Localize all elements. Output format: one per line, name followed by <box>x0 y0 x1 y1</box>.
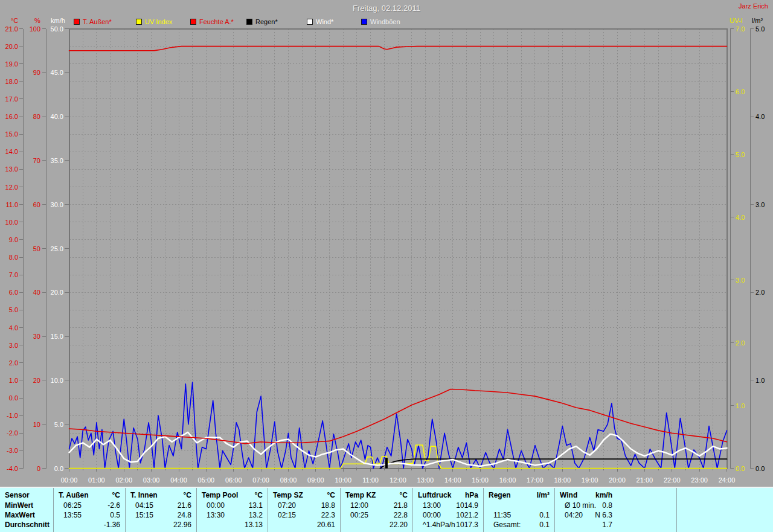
time-tick-label: 08:00 <box>280 476 297 484</box>
axis-tick-label: 100 <box>30 25 40 33</box>
axis-temp_c: 21.020.019.018.017.016.015.014.013.012.0… <box>5 17 23 472</box>
axis-tick-label: -1.0 <box>7 412 18 419</box>
axis-uv: 7.06.05.04.03.02.01.00.0UV-I <box>730 17 745 472</box>
table-col-sensor: SensorMinWertMaxWertDurchschnitt <box>0 488 53 532</box>
time-tick-label: 06:00 <box>225 476 242 484</box>
cell-value: 1021.2 <box>456 510 478 520</box>
table-row-label: MaxWert <box>0 510 53 520</box>
time-tick-label: 13:00 <box>417 476 434 484</box>
cell-time: Ø 10 min. <box>565 501 596 510</box>
cell-value: 0.8 <box>602 501 612 510</box>
axis-tick-label: 15.0 <box>51 333 63 340</box>
table-group-temp-pool: Temp Pool°C00:0013.113:3013.213.13 <box>196 488 268 532</box>
time-tick-label: 02:00 <box>115 476 132 484</box>
cell-value: 0.5 <box>110 510 120 520</box>
axis-tick-label: 40.0 <box>51 113 63 120</box>
cell-value: 13.2 <box>249 510 263 520</box>
sensor-unit: °C <box>327 490 335 501</box>
axis-tick-label: 0.0 <box>54 465 63 472</box>
axis-percent: 1009080706050403020100% <box>30 17 46 472</box>
axis-tick-label: 8.0 <box>9 254 18 261</box>
table-group-t-innen: T. Innen°C04:1521.615:1524.822.96 <box>125 488 196 532</box>
axis-tick-label: 40 <box>33 289 40 296</box>
axis-tick-label: 5.0 <box>736 151 745 158</box>
time-tick-label: 14:00 <box>444 476 461 484</box>
axis-tick-label: 2.0 <box>736 339 745 347</box>
cell-time: 12:00 <box>350 501 368 510</box>
sensor-unit: hPa <box>465 490 478 501</box>
axis-tick-label: 25.0 <box>51 245 63 252</box>
weather-chart: 21.020.019.018.017.016.015.014.013.012.0… <box>0 0 773 487</box>
time-tick-label: 04:00 <box>170 476 187 484</box>
cell-time: 15:15 <box>135 510 153 520</box>
cell-value: N 6.3 <box>595 510 612 520</box>
table-group-temp-kz: Temp KZ°C12:0021.800:2522.822.20 <box>340 488 412 532</box>
time-tick-label: 09:00 <box>307 476 324 484</box>
time-tick-label: 16:00 <box>499 476 516 484</box>
cell-time: 13:00 <box>423 501 441 510</box>
axis-tick-label: 0.0 <box>736 465 745 472</box>
cell-value: 21.8 <box>394 501 408 510</box>
axis-tick-label: 20 <box>33 377 40 384</box>
axis-tick-label: 21.0 <box>5 25 18 33</box>
axis-tick-label: 18.0 <box>5 78 18 85</box>
axis-tick-label: 3.0 <box>755 201 765 208</box>
axis-tick-label: 4.0 <box>9 324 18 332</box>
time-tick-label: 22:00 <box>664 476 681 484</box>
axis-tick-label: 15.0 <box>5 130 18 138</box>
axis-tick-label: 9.0 <box>9 236 18 243</box>
axis-tick-label: 1.0 <box>9 377 18 384</box>
axis-tick-label: 5.0 <box>755 25 765 33</box>
axis-tick-label: 60 <box>33 201 40 208</box>
axis-tick-label: 0.0 <box>9 394 18 402</box>
cell-value: 22.96 <box>173 520 191 530</box>
time-tick-label: 03:00 <box>143 476 160 484</box>
axis-tick-label: 7.0 <box>736 25 745 33</box>
time-tick-label: 15:00 <box>472 476 489 484</box>
time-tick-label: 10:00 <box>335 476 351 484</box>
sensor-name: Wind <box>560 490 577 501</box>
axis-tick-label: 5.0 <box>9 306 18 313</box>
cell-time: 00:00 <box>423 510 441 520</box>
sensor-name: Temp KZ <box>345 490 376 501</box>
axis-tick-label: -2.0 <box>7 429 18 437</box>
cell-value: 22.3 <box>321 510 335 520</box>
table-row: 13:001014.9 <box>413 501 483 510</box>
cell-value: 1.7 <box>602 520 612 530</box>
axis-tick-label: 90 <box>33 69 40 76</box>
cell-value: 1017.3 <box>456 520 478 530</box>
cell-time: 13:30 <box>207 510 225 520</box>
axis-tick-label: 3.0 <box>736 277 745 284</box>
time-tick-label: 00:00 <box>61 476 78 484</box>
sensor-unit: °C <box>255 490 263 501</box>
cell-time: 00:25 <box>350 510 368 520</box>
sensor-name: Temp Pool <box>202 490 238 501</box>
axis-tick-label: 0.0 <box>755 465 765 472</box>
sensor-unit: km/h <box>595 490 612 501</box>
time-tick-label: 07:00 <box>252 476 269 484</box>
table-group-wind: Windkm/hØ 10 min.0.804:20N 6.31.7 <box>554 488 676 532</box>
cell-time: 06:25 <box>63 501 82 510</box>
table-row: 00:0013.1 <box>197 501 268 510</box>
table-row: 07:2018.8 <box>268 501 340 510</box>
table-group-regen: Regenl/m²11:350.1Gesamt:0.1 <box>483 488 554 532</box>
axis-unit-label: % <box>34 17 40 24</box>
table-group-luftdruck: LuftdruckhPa13:001014.900:001021.2^1.4hP… <box>412 488 483 532</box>
table-row: 13.13 <box>197 520 268 530</box>
axis-tick-label: 6.0 <box>9 289 18 296</box>
axis-tick-label: 16.0 <box>5 113 18 120</box>
time-tick-label: 19:00 <box>582 476 598 484</box>
table-row: 15:1524.8 <box>126 510 196 520</box>
time-tick-label: 24:00 <box>719 476 736 484</box>
sensor-name: T. Innen <box>130 490 158 501</box>
time-tick-label: 05:00 <box>198 476 215 484</box>
sensor-unit: °C <box>184 490 191 501</box>
axis-tick-label: 1.0 <box>736 402 745 409</box>
axis-tick-label: 11.0 <box>5 201 18 208</box>
axis-tick-label: 2.0 <box>755 289 765 296</box>
time-tick-label: 18:00 <box>554 476 571 484</box>
axis-tick-label: 4.0 <box>755 113 765 120</box>
axis-tick-label: 10 <box>33 421 40 428</box>
sensor-name: Luftdruck <box>418 490 451 501</box>
cell-value: 21.6 <box>178 501 191 510</box>
